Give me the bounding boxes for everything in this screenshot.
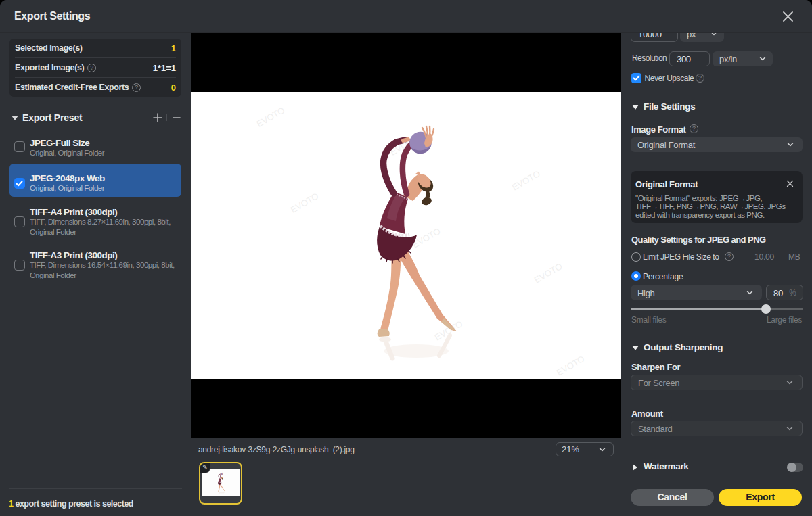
svg-text:EVOTO: EVOTO [533,261,564,285]
svg-text:EVOTO: EVOTO [254,105,286,129]
svg-text:EVOTO: EVOTO [555,354,587,378]
svg-text:EVOTO: EVOTO [510,168,542,193]
svg-text:EVOTO: EVOTO [289,191,321,215]
